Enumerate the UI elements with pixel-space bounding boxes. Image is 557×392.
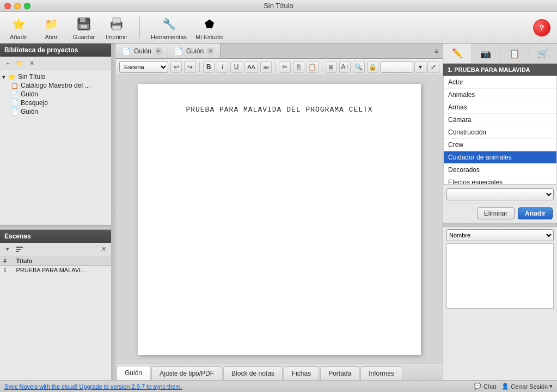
rp-section-title: 1. PRUEBA PARA MALAVIDA [443,64,557,76]
save-button[interactable]: Guardar [72,15,96,40]
italic-btn[interactable]: I [217,61,228,73]
format-btn[interactable]: ⊞ [326,61,337,73]
btab-guion[interactable]: Guión [117,366,150,380]
print-icon [108,15,125,33]
scenes-table: # Título 1 PRUEBA PARA MALAVI... [0,256,111,274]
tree-item-catalog[interactable]: 📋 Catálogo Maestro del ... [9,81,111,90]
scenes-close-btn[interactable]: ✕ [98,244,109,254]
et-sep2 [275,62,276,72]
tab2-close[interactable]: ✕ [207,47,215,55]
rp-item-animales[interactable]: Animales [444,89,556,101]
rp-item-cuidador[interactable]: Cuidador de animales [444,151,556,164]
mystudio-button[interactable]: ⬟ Mi Estudio [195,15,223,40]
user-icon: 👤 [501,383,509,390]
help-icon[interactable]: ? [533,19,550,36]
document-area: PRUEBA PARA MALAVIDA DEL PROGRAMA CELTX [116,75,443,364]
underline-btn[interactable]: U [230,61,242,73]
tab-2[interactable]: 📄 Guión ✕ [168,44,221,58]
sidebar-add-btn[interactable]: ＋ [2,58,13,68]
rp-scroll-hint [443,223,557,227]
font-larger-btn[interactable]: AA [244,61,258,73]
tree-item-script1[interactable]: 📄 Guión [9,90,111,99]
tab-1[interactable]: 📄 Guión ✕ [116,44,168,58]
scene-row[interactable]: 1 PRUEBA PARA MALAVI... [0,265,111,274]
triangle-icon: ▾ [2,74,5,81]
rp-tab-pen[interactable]: ✏️ [443,44,472,63]
rp-item-efectos[interactable]: Efectos especiales [444,176,556,185]
sidebar-remove-btn[interactable]: ✕ [26,58,37,68]
svg-rect-8 [16,247,23,248]
session-button[interactable]: 👤 Cerrar Sesión ▾ [501,383,553,390]
paste-btn[interactable]: 📋 [307,61,318,73]
btab-fichas[interactable]: Fichas [284,366,319,380]
minimize-button[interactable] [14,3,21,9]
rp-item-camara[interactable]: Cámara [444,114,556,126]
rp-tab-doc[interactable]: 📋 [500,44,529,63]
undo-btn[interactable]: ↩ [170,61,182,73]
rp-item-crew[interactable]: Crew [444,139,556,151]
chat-button[interactable]: 💬 Chat [474,383,496,390]
rp-item-armas[interactable]: Armas [444,101,556,114]
tab1-close[interactable]: ✕ [155,47,162,55]
resize-handle[interactable]: ⋮ [112,44,116,380]
fullscreen-btn[interactable]: ⤢ [427,61,439,73]
tabs-options[interactable]: ≡ [430,44,443,58]
copy-btn[interactable]: ⎘ [293,61,304,73]
session-label: Cerrar Sesión [511,383,548,390]
rp-nombre-select[interactable]: Nombre [446,229,554,241]
typeface-btn[interactable]: A↑ [339,61,351,73]
rp-tab-camera[interactable]: 📷 [472,44,501,63]
sidebar-header: Biblioteca de proyectos [0,44,111,57]
print-button[interactable]: Imprimir [105,15,128,40]
svg-rect-1 [80,18,85,22]
open-button[interactable]: 📁 Abrir [39,15,63,40]
tree-root-label: Sin Título [18,73,45,81]
format-select[interactable]: Escena [119,61,168,73]
svg-rect-5 [113,18,120,23]
search-btn[interactable]: 🔍 [353,61,364,73]
btab-block[interactable]: Block de notas [223,366,283,380]
cut-btn[interactable]: ✂ [279,61,290,73]
tree-item-script2[interactable]: 📄 Guión [9,107,111,116]
btab-ajuste[interactable]: Ajuste de tipo/PDF [151,366,222,380]
btab-informes[interactable]: Informes [360,366,402,380]
tab1-icon: 📄 [121,47,131,56]
fullscreen-button[interactable] [24,3,30,9]
tools-button[interactable]: 🔧 Herramientas [151,15,187,40]
rp-delete-button[interactable]: Eliminar [477,207,515,219]
document-content[interactable]: PRUEBA PARA MALAVIDA DEL PROGRAMA CELTX [165,106,394,114]
tree-item-outline[interactable]: 📄 Bosquejo [9,99,111,107]
scenes-add-btn[interactable]: ▾ [2,244,13,254]
et-sep1 [199,62,200,72]
rp-item-decorados[interactable]: Decorados [444,164,556,176]
lock-btn[interactable]: 🔒 [367,61,378,73]
title-bar: Sin Título [0,0,557,12]
tree-root[interactable]: ▾ ⭐ Sin Título [0,72,111,81]
rp-item-actor[interactable]: Actor [444,76,556,89]
scenes-list: # Título 1 PRUEBA PARA MALAVI... [0,256,111,381]
scenes-section: Escenas ▾ ✕ # Título [0,230,111,381]
add-button[interactable]: ⭐ Añadir [7,15,30,40]
sidebar-folder-btn[interactable]: 📁 [14,58,25,68]
bold-btn[interactable]: B [203,61,215,73]
btab-portada[interactable]: Portada [320,366,359,380]
col-title: Título [13,256,111,266]
script2-icon: 📄 [11,108,19,115]
sync-link[interactable]: Sync Novels with the cloud! Upgrade to v… [4,383,182,390]
rp-tab-cart[interactable]: 🛒 [529,44,558,63]
et-sep3 [322,62,322,72]
document-page: PRUEBA PARA MALAVIDA DEL PROGRAMA CELTX [138,84,421,355]
scenes-sort-btn[interactable] [14,244,25,254]
session-arrow: ▾ [549,383,553,390]
tabs-bar: 📄 Guión ✕ 📄 Guión ✕ ≡ [116,44,443,59]
redo-btn[interactable]: ↪ [184,61,195,73]
zoom-input[interactable]: 100% [381,61,413,73]
close-button[interactable] [4,3,11,9]
font-smaller-btn[interactable]: aa [260,61,272,73]
zoom-dropdown[interactable]: ▾ [414,61,426,73]
rp-item-construccion[interactable]: Construcción [444,126,556,139]
col-num: # [0,256,13,266]
rp-search-dropdown[interactable] [446,188,554,200]
tree-icon-star: ⭐ [8,73,16,81]
rp-add-button[interactable]: Añadir [518,207,553,219]
